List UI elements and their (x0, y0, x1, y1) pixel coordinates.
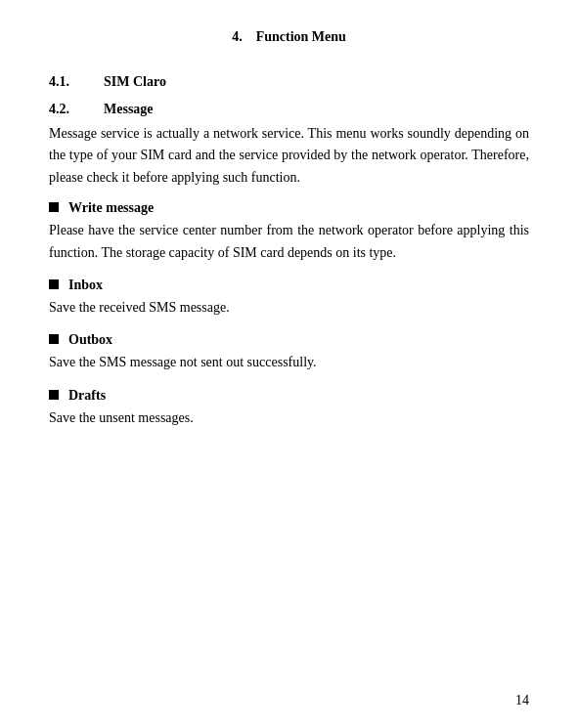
section-4-2-title: Message (104, 102, 154, 117)
page-number: 14 (515, 693, 529, 708)
section-4-2-heading: 4.2. Message (49, 102, 529, 117)
bullet-write-message-heading: Write message (49, 200, 529, 216)
bullet-drafts: Drafts Save the unsent messages. (49, 388, 529, 429)
section-4-2-number: 4.2. (49, 102, 88, 117)
bullet-outbox-text: Save the SMS message not sent out succes… (49, 352, 529, 373)
section-4-2-body: Message service is actually a network se… (49, 123, 529, 189)
bullet-drafts-text: Save the unsent messages. (49, 407, 529, 429)
bullet-inbox-label: Inbox (68, 278, 103, 293)
bullet-write-message-label: Write message (68, 200, 154, 216)
bullet-inbox-text: Save the received SMS message. (49, 297, 529, 319)
bullet-square-icon (49, 279, 59, 289)
bullet-drafts-label: Drafts (68, 388, 106, 404)
chapter-title: 4. Function Menu (49, 29, 529, 45)
bullet-write-message-text: Please have the service center number fr… (49, 220, 529, 264)
bullet-outbox: Outbox Save the SMS message not sent out… (49, 332, 529, 373)
bullet-outbox-label: Outbox (68, 332, 112, 348)
section-4-1-title: SIM Claro (104, 74, 166, 90)
section-4-1-number: 4.1. (49, 74, 88, 90)
bullet-inbox: Inbox Save the received SMS message. (49, 278, 529, 319)
bullet-square-icon (49, 334, 59, 344)
page-content: 4. Function Menu 4.1. SIM Claro 4.2. Mes… (0, 0, 578, 728)
bullet-inbox-heading: Inbox (49, 278, 529, 293)
section-4-1-heading: 4.1. SIM Claro (49, 74, 529, 90)
bullet-drafts-heading: Drafts (49, 388, 529, 404)
bullet-write-message: Write message Please have the service ce… (49, 200, 529, 264)
chapter-title-text: Function Menu (256, 29, 346, 44)
chapter-number: 4. (232, 29, 243, 44)
bullet-square-icon (49, 202, 59, 212)
bullet-outbox-heading: Outbox (49, 332, 529, 348)
bullet-square-icon (49, 390, 59, 400)
